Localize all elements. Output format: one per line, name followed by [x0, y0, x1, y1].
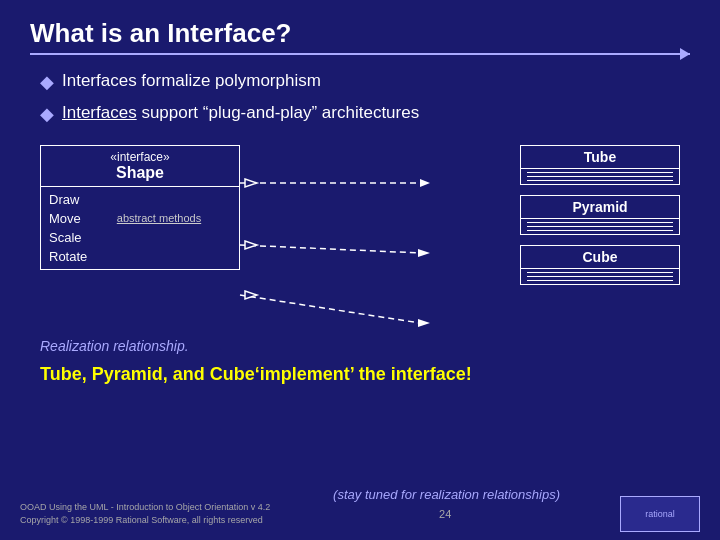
impl-box-cube: Cube	[520, 245, 680, 285]
impl-line	[527, 230, 673, 231]
abstract-label: abstract methods	[117, 212, 201, 224]
implement-text-area: Tube, Pyramid, and Cube‘implement’ the i…	[40, 360, 472, 385]
bullet-text-2-after: support “plug-and-play” architectures	[137, 103, 420, 122]
interface-stereotype: «interface»	[47, 150, 233, 164]
impl-box-tube-lines	[521, 169, 679, 184]
bullet-text-2: Interfaces support “plug-and-play” archi…	[62, 99, 419, 126]
realization-text-label: Realization relationship.	[40, 338, 189, 354]
impl-line	[527, 272, 673, 273]
implement-text: Tube, Pyramid, and Cube‘implement’ the i…	[40, 364, 472, 385]
impl-boxes: Tube Pyramid Cube	[520, 145, 680, 285]
footer-copyright: OOAD Using the UML - Introduction to Obj…	[20, 501, 270, 526]
method-draw: Draw	[49, 192, 79, 207]
impl-line	[527, 172, 673, 173]
bullet-diamond-icon-2: ◆	[40, 100, 54, 129]
impl-box-cube-header: Cube	[521, 246, 679, 269]
impl-box-pyramid-lines	[521, 219, 679, 234]
interface-box: «interface» Shape Draw Move abstract met…	[40, 145, 240, 270]
bullet-item-2: ◆ Interfaces support “plug-and-play” arc…	[40, 99, 690, 129]
impl-box-tube: Tube	[520, 145, 680, 185]
interface-name: Shape	[47, 164, 233, 182]
diagram-container: «interface» Shape Draw Move abstract met…	[30, 145, 690, 385]
footer-page-number: 24	[439, 508, 451, 520]
method-row-rotate: Rotate	[49, 248, 231, 265]
impl-line	[527, 176, 673, 177]
footer-line1: OOAD Using the UML - Introduction to Obj…	[20, 501, 270, 514]
svg-marker-1	[420, 179, 430, 187]
footer-logo-text: rational	[645, 509, 675, 519]
interface-box-wrapper: «interface» Shape Draw Move abstract met…	[40, 145, 240, 270]
impl-line	[527, 180, 673, 181]
bullet-text-1: Interfaces formalize polymorphism	[62, 67, 321, 94]
methods-section: Draw Move abstract methods Scale Rotate	[41, 187, 239, 269]
svg-marker-6	[245, 179, 257, 187]
method-rotate: Rotate	[49, 249, 87, 264]
impl-line	[527, 222, 673, 223]
method-row-draw: Draw	[49, 191, 231, 208]
footer: OOAD Using the UML - Introduction to Obj…	[0, 496, 720, 532]
title-arrow-icon	[680, 48, 690, 60]
realization-text: Realization relationship.	[40, 337, 189, 355]
title-underline	[30, 53, 690, 55]
interface-header: «interface» Shape	[41, 146, 239, 187]
impl-line	[527, 280, 673, 281]
slide: What is an Interface? ◆ Interfaces forma…	[0, 0, 720, 540]
method-row-scale: Scale	[49, 229, 231, 246]
svg-marker-5	[418, 319, 430, 327]
impl-line	[527, 226, 673, 227]
svg-line-4	[240, 295, 420, 323]
bullet-points: ◆ Interfaces formalize polymorphism ◆ In…	[40, 67, 690, 129]
slide-title: What is an Interface?	[30, 18, 690, 49]
svg-marker-3	[418, 249, 430, 257]
svg-marker-7	[245, 241, 257, 249]
footer-logo: rational	[620, 496, 700, 532]
svg-marker-8	[245, 291, 257, 299]
bullet-item-1: ◆ Interfaces formalize polymorphism	[40, 67, 690, 97]
impl-box-tube-header: Tube	[521, 146, 679, 169]
impl-box-cube-lines	[521, 269, 679, 284]
title-text: What is an Interface?	[30, 18, 292, 49]
footer-line2: Copyright © 1998-1999 Rational Software,…	[20, 514, 270, 527]
svg-line-2	[240, 245, 420, 253]
bullet-underline-text: Interfaces	[62, 103, 137, 122]
impl-box-pyramid: Pyramid	[520, 195, 680, 235]
title-area: What is an Interface?	[30, 18, 690, 55]
method-row-move: Move abstract methods	[49, 210, 231, 227]
method-scale: Scale	[49, 230, 82, 245]
bullet-diamond-icon: ◆	[40, 68, 54, 97]
method-move: Move	[49, 211, 81, 226]
impl-line	[527, 276, 673, 277]
impl-box-pyramid-header: Pyramid	[521, 196, 679, 219]
